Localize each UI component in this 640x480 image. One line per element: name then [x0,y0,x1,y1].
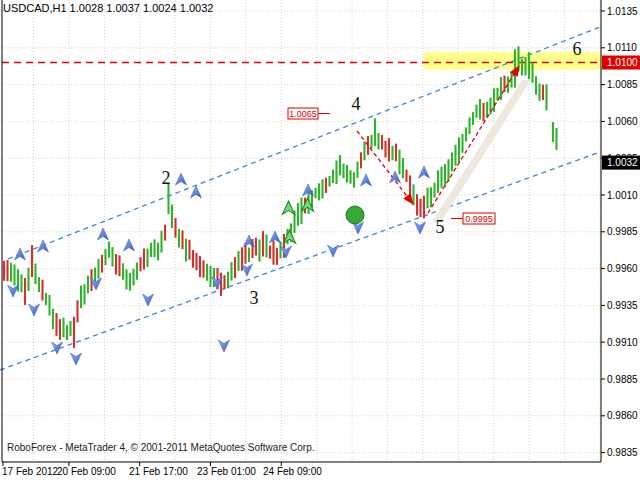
price-tick-label: 0.9960 [607,263,638,274]
candle-bar [160,231,162,253]
fractal-down-icon [328,245,339,257]
time-tick-label[interactable]: 23 Feb 01:00 [197,466,256,477]
trend-shadow-band [432,80,531,222]
candle-bar [143,249,145,270]
candle-bar [111,247,113,266]
fractal-up-icon [98,228,109,240]
candle-bar [395,144,397,162]
candle-bar [454,145,456,166]
fractal-up-icon [270,231,281,243]
fractal-up-icon [124,239,135,251]
candle-bar [437,170,439,193]
candle-bar [220,273,222,296]
candle-bar [255,238,257,256]
candle-bar [458,137,460,162]
price-tick-label: 0.9860 [607,410,638,421]
candle-bar [381,135,383,150]
candle-bar [500,77,502,100]
fractal-down-icon [29,304,40,316]
wave-number-4: 4 [352,94,361,114]
candle-bar [461,134,463,153]
candle-bar [20,274,22,292]
candle-bar [538,83,540,101]
candle-bar [69,321,71,336]
candle-bar [328,176,330,187]
candle-bar [118,255,120,276]
candle-bar [115,254,117,274]
fractal-up-icon [176,173,187,185]
entry-point-marker[interactable] [346,206,364,224]
candle-bar [360,152,362,168]
candle-bar [258,240,260,262]
candle-bar [171,205,173,228]
candle-bar [325,178,327,193]
chart-area[interactable]: 1.00650.9995234561.01351.01101.00851.006… [0,0,640,480]
candle-bar [122,263,124,280]
candle-bar [45,293,47,305]
price-tag-text: 0.9995 [465,214,493,224]
candle-bar [440,167,442,188]
candle-bar [423,196,425,219]
candle-bar [202,260,204,277]
fractal-up-icon [419,166,430,178]
candle-bar [139,257,141,271]
candle-bar [272,241,274,265]
candle-bar [38,277,40,292]
fractal-down-icon [143,294,154,306]
candle-bar [503,76,505,92]
mt4-chart-window: 1.00650.9995234561.01351.01101.00851.006… [0,0,640,480]
candle-bar [265,235,267,258]
candle-bar [321,179,323,198]
candle-bar [426,188,428,209]
channel-line-lower[interactable] [0,152,600,370]
candle-bar [486,102,488,117]
candle-bar [370,135,372,149]
candle-bar [384,141,386,158]
candle-bar [335,161,337,185]
candle-bar [164,225,166,241]
candle-bar [262,231,264,256]
candle-bar [10,263,12,282]
price-tick-label: 0.9835 [607,447,638,458]
candle-bar [349,170,351,184]
candle-bar [475,105,477,118]
candle-bar [185,239,187,262]
candle-bar [52,309,54,329]
arrowhead-icon[interactable] [403,193,417,207]
fractal-down-icon [281,246,292,258]
candle-bar [76,300,78,322]
candle-bar [377,133,379,150]
candle-bar [465,127,467,141]
candle-bar [136,263,138,280]
candle-bar [419,199,421,217]
price-tick-label: 0.9935 [607,300,638,311]
candle-bar [125,269,127,289]
fractal-up-icon [38,240,49,252]
candle-bar [276,248,278,265]
candle-bar [279,242,281,259]
candle-bar [83,284,85,304]
price-highlight-label: 1.0100 [607,57,638,68]
candle-bar [332,170,334,183]
candle-bar [108,242,110,258]
candle-bar [269,246,271,259]
candle-bar [444,164,446,187]
candle-bar [174,218,176,238]
time-tick-label[interactable]: 20 Feb 09:00 [57,466,116,477]
candle-bar [48,295,50,316]
candle-bar [391,146,393,160]
candle-bar [398,150,400,175]
candle-bar [31,245,33,277]
broker-copyright: RoboForex - MetaTrader 4, © 2001-2011 Me… [7,442,315,453]
candle-bar [24,278,26,305]
time-tick-label[interactable]: 17 Feb 2012 [2,466,59,477]
time-tick-label[interactable]: 21 Feb 17:00 [129,466,188,477]
candle-bar [153,239,155,257]
candle-bar [195,253,197,270]
price-tick-label: 0.9985 [607,226,638,237]
candle-bar [555,128,557,150]
wave-number-3: 3 [250,288,259,308]
candle-bar [339,155,341,175]
candle-bar [237,251,239,271]
time-tick-label[interactable]: 24 Feb 09:00 [263,466,322,477]
